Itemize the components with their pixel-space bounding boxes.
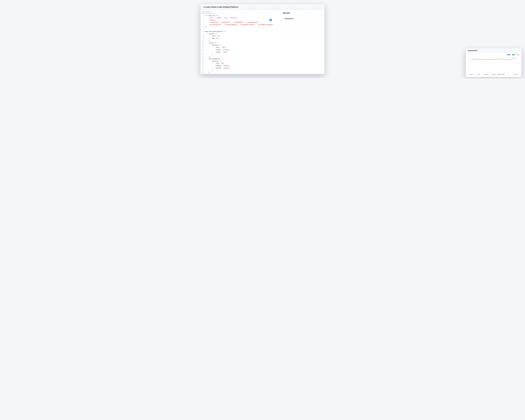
- app-title: e-code Online Code Editing Platform: [204, 6, 321, 8]
- code-line: 25 }: [201, 69, 280, 72]
- code-line: 13 align: {: [201, 42, 280, 44]
- play-icon: [270, 19, 271, 20]
- code-text: 'inside',: [205, 19, 217, 21]
- code-line: 14 options: {: [201, 44, 280, 47]
- close-tab-icon[interactable]: ×: [212, 11, 212, 12]
- results-pane: Results Department: [280, 10, 324, 74]
- code-line: 21 options: {: [201, 60, 280, 63]
- code-text: center: 'center',: [205, 49, 231, 51]
- result-card-title: Department: [285, 18, 320, 19]
- code-text: 'insideTopLeft', 'insideTopRight', 'insi…: [205, 24, 274, 26]
- line-number: 17: [201, 51, 205, 53]
- floating-panel-title: Departments: [466, 48, 521, 53]
- line-number: 21: [201, 60, 205, 63]
- line-number: 24: [201, 67, 205, 69]
- code-line: 1var posList = [: [201, 15, 280, 17]
- x-axis-label: Admin: [468, 74, 475, 75]
- line-number: 1: [201, 15, 205, 17]
- code-text: bottom: 'bottom': [205, 67, 230, 69]
- code-text: min: -90,: [205, 35, 220, 37]
- line-number: 12: [201, 40, 205, 42]
- code-line: 8app.configParameters = {: [201, 30, 280, 33]
- file-tab[interactable]: JS echart.js ×: [201, 10, 214, 13]
- code-text: ];: [205, 26, 207, 28]
- code-line: 27 position: {: [201, 74, 280, 74]
- line-number: 4: [201, 21, 205, 24]
- code-text: left: 'left',: [205, 47, 227, 49]
- floating-panel-body: AdminHRFinanceLegalProcurementITAsset: [466, 53, 521, 77]
- code-text: 'left', 'right', 'top', 'bottom',: [205, 17, 238, 19]
- code-text: options: {: [205, 60, 221, 63]
- code-text: },: [205, 40, 210, 42]
- code-text: verticalAlign: {: [205, 58, 223, 60]
- code-text: right: 'right': [205, 51, 228, 53]
- legend-bar-a: [507, 54, 510, 55]
- line-number: 2: [201, 17, 205, 19]
- x-axis-label: Finance: [483, 74, 490, 75]
- code-text: middle: 'middle',: [205, 65, 231, 67]
- x-axis-label: Procurement: [497, 74, 505, 75]
- code-text: align: {: [205, 42, 216, 44]
- code-line: 20 verticalAlign: {: [201, 58, 280, 60]
- code-line: 2 'left', 'right', 'top', 'bottom',: [201, 17, 280, 19]
- code-line: 4 'insideTop', 'insideLeft', 'insideRigh…: [201, 21, 280, 24]
- line-number: 16: [201, 49, 205, 51]
- departments-big-chart: AdminHRFinanceLegalProcurementITAsset: [468, 56, 519, 75]
- code-line: 23 middle: 'middle',: [201, 65, 280, 67]
- line-number: 8: [201, 30, 205, 33]
- code-line: 26 },: [201, 72, 280, 74]
- code-text: },: [205, 72, 210, 74]
- tab-strip: JS echart.js ×: [201, 10, 280, 14]
- code-text: options: {: [205, 44, 221, 47]
- line-number: 10: [201, 35, 205, 37]
- department-mini-chart: [285, 21, 320, 35]
- line-number: 7: [201, 28, 205, 30]
- code-line: 11 max: 90: [201, 37, 280, 40]
- code-text: app.configParameters = {: [205, 30, 226, 33]
- code-line: 9 rotate: {: [201, 33, 280, 35]
- results-heading: Results: [283, 12, 322, 14]
- code-text: }: [205, 53, 213, 56]
- line-number: 11: [201, 37, 205, 40]
- code-text: top: 'top',: [205, 62, 225, 65]
- code-line: 12 },: [201, 40, 280, 42]
- code-editor[interactable]: 1var posList = [2 'left', 'right', 'top'…: [201, 14, 280, 74]
- editor-pane: JS echart.js × 1var posList = [2 'left',…: [201, 10, 280, 74]
- line-number: 14: [201, 44, 205, 47]
- result-card-department: Department: [283, 16, 322, 36]
- line-number: 18: [201, 53, 205, 56]
- line-number: 15: [201, 47, 205, 49]
- line-number: 19: [201, 56, 205, 58]
- code-text: max: 90: [205, 37, 218, 40]
- code-line: 17 right: 'right': [201, 51, 280, 53]
- line-number: 9: [201, 33, 205, 35]
- code-line: 18 }: [201, 53, 280, 56]
- departments-floating-panel: Departments AdminHRFinanceLegalProcureme…: [466, 48, 521, 77]
- legend-bar-b: [512, 54, 515, 55]
- line-number: 22: [201, 62, 205, 65]
- code-line: 7: [201, 28, 280, 30]
- code-line: 6];: [201, 26, 280, 28]
- x-axis-label: Asset: [512, 74, 519, 75]
- code-line: 5 'insideTopLeft', 'insideTopRight', 'in…: [201, 24, 280, 26]
- big-chart-x-labels: AdminHRFinanceLegalProcurementITAsset: [468, 74, 519, 75]
- code-line: 22 top: 'top',: [201, 62, 280, 65]
- code-line: 10 min: -90,: [201, 35, 280, 37]
- file-tab-label: echart.js: [206, 11, 211, 12]
- chart-legend: [468, 54, 519, 55]
- line-number: 26: [201, 72, 205, 74]
- line-number: 3: [201, 19, 205, 21]
- code-text: var posList = [: [205, 15, 218, 17]
- app-window: e-code Online Code Editing Platform JS e…: [201, 4, 324, 74]
- x-axis-label: IT: [505, 74, 512, 75]
- code-text: rotate: {: [205, 33, 217, 35]
- run-button[interactable]: [270, 19, 272, 21]
- code-text: },: [205, 56, 210, 58]
- x-axis-label: HR: [475, 74, 483, 75]
- x-axis-label: Legal: [490, 74, 497, 75]
- code-line: 3 'inside',: [201, 19, 280, 21]
- line-number: 27: [201, 74, 205, 74]
- line-number: 5: [201, 24, 205, 26]
- body-row: JS echart.js × 1var posList = [2 'left',…: [201, 10, 324, 74]
- code-text: }: [205, 69, 213, 72]
